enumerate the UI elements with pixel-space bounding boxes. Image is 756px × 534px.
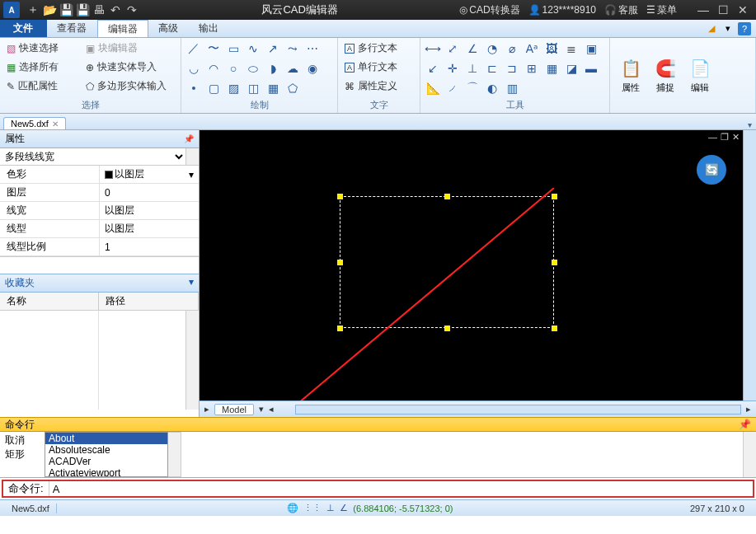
style-dropdown-icon[interactable]: ▾ (721, 22, 735, 35)
snap-toggle-icon[interactable]: 🌐 (287, 503, 298, 513)
grip-mr[interactable] (552, 260, 557, 265)
xref-icon[interactable]: ◪ (562, 59, 580, 77)
menu-viewer[interactable]: 查看器 (47, 20, 97, 37)
suggestion-item[interactable]: About (45, 433, 167, 444)
suggestion-scrollbar[interactable] (168, 432, 181, 477)
maximize-button[interactable]: ☐ (713, 2, 733, 18)
save-as-icon[interactable]: 💾 (74, 2, 91, 18)
point-icon[interactable]: • (185, 79, 203, 97)
canvas-horizontal-scrollbar[interactable] (295, 405, 741, 415)
properties-button[interactable]: 📋属性 (613, 40, 648, 110)
prop-color-value[interactable]: 以图层▾ (99, 166, 199, 183)
block-icon[interactable]: ▣ (582, 40, 600, 58)
scroll-left-icon[interactable]: ◂ (269, 404, 274, 415)
edit-button[interactable]: 📄编辑 (683, 40, 717, 110)
line-icon[interactable]: ／ (185, 40, 203, 58)
xline-icon[interactable]: ↗ (264, 40, 282, 58)
selection-type-dropdown[interactable]: 多段线线宽 (0, 148, 185, 165)
measure-icon[interactable]: 📐 (424, 79, 442, 97)
dim-linear-icon[interactable]: ⟷ (424, 40, 442, 58)
prop-layer-value[interactable]: 0 (99, 184, 199, 201)
donut-icon[interactable]: ◉ (303, 59, 322, 77)
polygon-icon[interactable]: ⬠ (284, 79, 302, 97)
menu-advanced[interactable]: 高级 (148, 20, 189, 37)
layout-dropdown-icon[interactable]: ▾ (259, 404, 264, 415)
select-all-button[interactable]: ▦选择所有 (3, 59, 82, 76)
style-icon[interactable]: ◢ (705, 22, 718, 35)
layer-icon[interactable]: ≣ (562, 40, 580, 58)
prop-ltscale-value[interactable]: 1 (99, 238, 199, 255)
command-input[interactable] (49, 481, 753, 496)
insert-icon[interactable]: ▦ (542, 59, 561, 77)
spline-icon[interactable]: ∿ (244, 40, 262, 58)
menu-output[interactable]: 输出 (189, 20, 229, 37)
box-icon[interactable]: ▢ (204, 79, 223, 97)
table-icon[interactable]: ▦ (264, 79, 282, 97)
continue-icon[interactable]: ⊐ (503, 59, 521, 77)
circle-icon[interactable]: ○ (224, 59, 242, 77)
dim-aligned-icon[interactable]: ⤢ (444, 40, 462, 58)
command-suggestion-list[interactable]: About Absolutescale ACADVer Activateview… (45, 432, 168, 477)
single-text-button[interactable]: A单行文本 (341, 59, 401, 76)
dashline-icon[interactable]: ⋯ (303, 40, 322, 58)
arc2-icon[interactable]: ◠ (204, 59, 223, 77)
hatch-icon[interactable]: ▨ (224, 79, 242, 97)
grip-bl[interactable] (337, 326, 343, 331)
attdef-button[interactable]: ⌘属性定义 (341, 77, 401, 95)
selected-rectangle[interactable] (340, 196, 554, 328)
suggestion-item[interactable]: Activateviewport (45, 467, 167, 477)
main-menu[interactable]: ☰ 菜单 (646, 3, 677, 17)
cad-converter-link[interactable]: ◎ CAD转换器 (459, 3, 519, 17)
quick-select-button[interactable]: ▧快速选择 (3, 40, 82, 57)
polyline-icon[interactable]: 〜 (204, 40, 223, 58)
rectangle-icon[interactable]: ▭ (224, 40, 242, 58)
region-icon[interactable]: ◫ (244, 79, 262, 97)
ortho-toggle-icon[interactable]: ⊥ (326, 503, 335, 513)
scroll-right-icon[interactable]: ▸ (746, 404, 751, 415)
misc1-icon[interactable]: ◐ (483, 79, 501, 97)
prop-linetype-value[interactable]: 以图层 (99, 220, 199, 237)
grip-tl[interactable] (337, 194, 343, 199)
grip-tm[interactable] (444, 194, 450, 199)
open-icon[interactable]: 📂 (41, 2, 58, 18)
baseline-icon[interactable]: ⊏ (483, 59, 501, 77)
menu-file[interactable]: 文件 (0, 20, 47, 37)
close-button[interactable]: ✕ (733, 2, 753, 18)
leader-icon[interactable]: ↙ (424, 59, 442, 77)
arc-icon[interactable]: ◡ (185, 59, 203, 77)
revision-cloud-icon[interactable]: ☁ (284, 59, 302, 77)
suggestion-item[interactable]: ACADVer (45, 456, 167, 467)
close-tab-icon[interactable]: ✕ (52, 119, 59, 129)
undo-icon[interactable]: ↶ (107, 2, 124, 18)
grid-toggle-icon[interactable]: ⋮⋮ (303, 503, 322, 513)
canvas-vertical-scrollbar[interactable] (743, 130, 756, 400)
mtext-button[interactable]: A多行文本 (341, 40, 401, 57)
pin-icon[interactable]: 📌 (184, 134, 194, 143)
fav-dropdown-icon[interactable]: ▾ (189, 276, 194, 290)
ray-icon[interactable]: ⤳ (284, 40, 302, 58)
grip-ml[interactable] (337, 260, 343, 265)
canvas-close-icon[interactable]: ✕ (732, 132, 740, 143)
arc-dim-icon[interactable]: ⌒ (463, 79, 481, 97)
customer-service[interactable]: 🎧 客服 (604, 3, 638, 17)
canvas-restore-icon[interactable]: ❐ (721, 132, 729, 143)
polygon-entity-input-button[interactable]: ⬠多边形实体输入 (82, 77, 177, 95)
suggestion-item[interactable]: Absolutescale (45, 444, 167, 456)
fav-col-path[interactable]: 路径 (99, 293, 199, 310)
save-icon[interactable]: 💾 (58, 2, 74, 18)
print-icon[interactable]: 🖶 (91, 2, 107, 18)
canvas-minimize-icon[interactable]: — (708, 132, 717, 143)
tolerance-icon[interactable]: ⊞ (523, 59, 541, 77)
redo-icon[interactable]: ↷ (124, 2, 140, 18)
divide-icon[interactable]: ⟋ (444, 79, 462, 97)
misc2-icon[interactable]: ▥ (503, 79, 521, 97)
layout-prev-icon[interactable]: ▸ (204, 404, 209, 415)
fav-col-name[interactable]: 名称 (0, 293, 99, 310)
ordinate-icon[interactable]: ⊥ (463, 59, 481, 77)
ellipse-icon[interactable]: ⬭ (244, 59, 262, 77)
help-icon[interactable]: ? (738, 22, 751, 35)
grip-bm[interactable] (444, 326, 450, 331)
minimize-button[interactable]: — (693, 2, 713, 18)
grip-br[interactable] (552, 326, 557, 331)
drawing-canvas[interactable]: — ❐ ✕ 🔄 (200, 130, 743, 400)
